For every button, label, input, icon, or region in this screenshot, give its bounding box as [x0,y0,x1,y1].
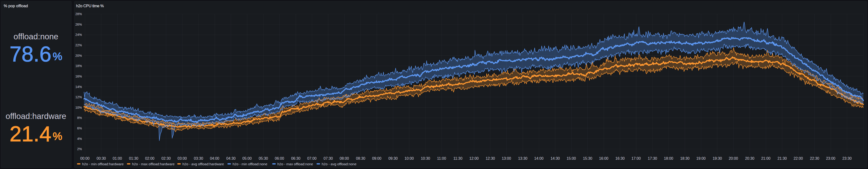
svg-text:23:30: 23:30 [842,157,852,160]
svg-text:offload:hardware: offload:hardware [6,112,66,121]
svg-text:08:00: 08:00 [340,157,349,160]
svg-text:03:30: 03:30 [194,157,203,160]
svg-text:h2o - avg offload:hardware: h2o - avg offload:hardware [182,162,224,166]
svg-text:26%: 26% [75,23,82,26]
svg-text:% pop offload: % pop offload [4,4,28,8]
svg-text:10:00: 10:00 [404,157,414,160]
svg-text:17:30: 17:30 [648,157,657,160]
svg-text:16%: 16% [75,75,82,78]
svg-text:18:00: 18:00 [664,157,673,160]
svg-text:20%: 20% [75,54,82,57]
svg-text:16:30: 16:30 [615,157,625,160]
svg-text:08:30: 08:30 [356,157,365,160]
svg-text:01:30: 01:30 [129,157,138,160]
svg-text:10%: 10% [75,106,82,110]
svg-text:04:00: 04:00 [210,157,219,160]
svg-text:12%: 12% [75,95,82,99]
svg-text:16:00: 16:00 [599,157,608,160]
svg-text:06:00: 06:00 [275,157,284,160]
svg-text:06:30: 06:30 [291,157,301,160]
svg-text:14:00: 14:00 [534,157,544,160]
svg-text:01:00: 01:00 [113,157,122,160]
svg-text:20:30: 20:30 [745,157,754,160]
svg-text:22:30: 22:30 [810,157,819,160]
svg-text:h2o - min offload:none: h2o - min offload:none [232,162,267,166]
svg-text:07:00: 07:00 [307,157,316,160]
svg-text:23:00: 23:00 [826,157,835,160]
svg-text:02:00: 02:00 [145,157,154,160]
svg-text:18:30: 18:30 [680,157,689,160]
svg-text:h2o - max offload:hardware: h2o - max offload:hardware [132,162,175,166]
svg-text:28%: 28% [75,12,82,16]
svg-text:11:30: 11:30 [454,157,463,160]
svg-text:07:30: 07:30 [323,157,333,160]
svg-text:04:30: 04:30 [226,157,236,160]
svg-text:2%: 2% [77,147,82,151]
svg-text:19:00: 19:00 [696,157,706,160]
svg-text:05:00: 05:00 [242,157,252,160]
svg-text:05:30: 05:30 [259,157,268,160]
svg-text:22:00: 22:00 [794,157,803,160]
svg-text:03:00: 03:00 [178,157,187,160]
svg-text:h2o - avg offload:none: h2o - avg offload:none [322,162,356,166]
svg-text:09:30: 09:30 [389,157,398,160]
svg-text:offload:none: offload:none [13,32,58,41]
svg-text:14:30: 14:30 [551,157,560,160]
svg-text:24%: 24% [75,33,82,37]
svg-text:00:00: 00:00 [80,157,90,160]
svg-text:8%: 8% [77,116,82,120]
svg-text:12:30: 12:30 [486,157,495,160]
svg-text:11:00: 11:00 [437,157,446,160]
svg-text:20:00: 20:00 [729,157,738,160]
svg-text:13:00: 13:00 [502,157,511,160]
svg-text:17:00: 17:00 [631,157,641,160]
svg-text:19:30: 19:30 [713,157,722,160]
svg-text:18%: 18% [75,64,82,68]
svg-text:14%: 14% [75,85,82,89]
svg-text:h2o - min offload:hardware: h2o - min offload:hardware [82,162,124,166]
svg-text:21:00: 21:00 [761,157,771,160]
svg-text:15:30: 15:30 [583,157,592,160]
svg-text:09:00: 09:00 [372,157,381,160]
svg-text:00:30: 00:30 [97,157,106,160]
svg-text:21:30: 21:30 [777,157,787,160]
svg-text:h2o CPU time %: h2o CPU time % [76,4,104,8]
svg-text:10:30: 10:30 [421,157,430,160]
svg-text:6%: 6% [77,126,82,130]
svg-text:12:00: 12:00 [469,157,479,160]
svg-text:15:00: 15:00 [567,157,576,160]
svg-text:h2o - max offload:none: h2o - max offload:none [277,162,313,166]
svg-text:13:30: 13:30 [518,157,527,160]
svg-text:4%: 4% [77,137,82,140]
svg-text:02:30: 02:30 [161,157,171,160]
svg-text:22%: 22% [75,43,82,47]
